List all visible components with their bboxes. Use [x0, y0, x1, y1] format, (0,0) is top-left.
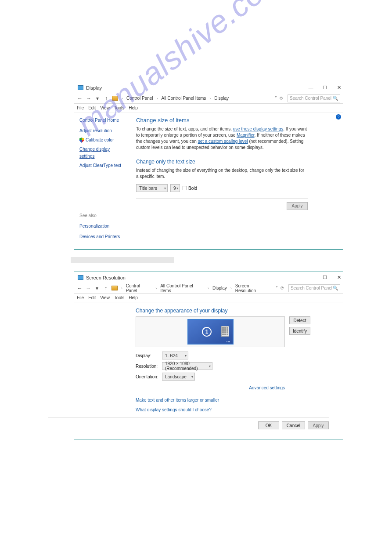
- main-content: Change size of items To change the size …: [129, 112, 343, 249]
- back-button[interactable]: ←: [77, 95, 83, 102]
- minimize-button[interactable]: —: [308, 274, 314, 280]
- crumb-dropdown-icon[interactable]: ˅: [276, 286, 278, 290]
- window-title: Screen Resolution: [86, 275, 126, 280]
- monitor-number: 1: [202, 327, 212, 337]
- cancel-button[interactable]: Cancel: [282, 421, 305, 429]
- see-also-devices-printers[interactable]: Devices and Printers: [79, 233, 120, 240]
- search-input[interactable]: Search Control Panel 🔍: [288, 284, 340, 292]
- help-icon[interactable]: ?: [336, 114, 341, 120]
- forward-button: →: [86, 285, 92, 291]
- folder-icon: [111, 286, 118, 290]
- search-icon: 🔍: [333, 286, 338, 290]
- text-size-description: Instead of changing the size of everythi…: [136, 167, 308, 180]
- crumb-all-items[interactable]: All Control Panel Items: [162, 96, 206, 101]
- search-input[interactable]: Search Control Panel 🔍: [288, 94, 340, 102]
- menu-view[interactable]: View: [100, 295, 110, 300]
- redaction-strip: [71, 257, 174, 263]
- apply-button[interactable]: Apply: [308, 421, 329, 429]
- recent-dropdown[interactable]: ▾: [94, 285, 100, 291]
- crumb-display[interactable]: Display: [214, 96, 229, 101]
- see-also: See also Personalization Devices and Pri…: [79, 212, 120, 244]
- crumb-control-panel[interactable]: Control Panel: [126, 283, 152, 293]
- description-paragraph: To change the size of text, apps, and ot…: [136, 126, 308, 151]
- maximize-button[interactable]: ☐: [322, 84, 328, 91]
- crumb-dropdown-icon[interactable]: ˅: [275, 96, 277, 101]
- orientation-dropdown[interactable]: Landscape: [162, 373, 195, 381]
- display-window: Display — ☐ ✕ ← → ▾ ↑ › Control Panel › …: [74, 82, 343, 250]
- crumb-all-items[interactable]: All Control Panel Items: [160, 283, 204, 293]
- sidebar-calibrate-color[interactable]: Calibrate color: [79, 137, 126, 144]
- up-button[interactable]: ↑: [103, 285, 109, 291]
- screen-resolution-window: Screen Resolution — ☐ ✕ ← → ▾ ↑ › Contro…: [74, 272, 343, 439]
- forward-button[interactable]: →: [86, 95, 92, 102]
- detect-button[interactable]: Detect: [289, 316, 310, 324]
- crumb-control-panel[interactable]: Control Panel: [126, 96, 153, 101]
- close-button[interactable]: ✕: [336, 274, 342, 280]
- advanced-settings-link[interactable]: Advanced settings: [249, 385, 285, 390]
- menu-tools[interactable]: Tools: [114, 105, 124, 110]
- folder-icon: [112, 96, 118, 101]
- menu-tools[interactable]: Tools: [114, 295, 124, 300]
- display-dropdown[interactable]: 1. B24: [162, 352, 188, 359]
- maximize-button[interactable]: ☐: [322, 274, 328, 280]
- titlebar: Display — ☐ ✕: [74, 82, 343, 93]
- menu-file[interactable]: File: [77, 295, 84, 300]
- link-custom-scaling[interactable]: set a custom scaling level: [198, 139, 248, 144]
- sidebar: Control Panel Home Adjust resolution Cal…: [74, 112, 129, 249]
- menu-view[interactable]: View: [100, 105, 110, 110]
- navbar: ← → ▾ ↑ › Control Panel › All Control Pa…: [74, 93, 343, 104]
- size-dropdown[interactable]: 9: [170, 184, 180, 192]
- link-magnifier[interactable]: Magnifier: [237, 133, 255, 138]
- display-preview[interactable]: 1: [136, 316, 285, 347]
- recent-dropdown[interactable]: ▾: [94, 95, 101, 102]
- control-panel-home[interactable]: Control Panel Home: [79, 117, 126, 124]
- menu-edit[interactable]: Edit: [88, 105, 96, 110]
- keypad-icon: [221, 326, 229, 337]
- display-app-icon: [78, 85, 83, 90]
- apply-button[interactable]: Apply: [287, 202, 308, 210]
- refresh-icon[interactable]: ⟳: [280, 96, 283, 101]
- orientation-label: Orientation:: [136, 374, 162, 379]
- menubar: File Edit View Tools Help: [74, 104, 343, 112]
- window-title: Display: [86, 85, 102, 91]
- heading-text-size: Change only the text size: [136, 159, 308, 165]
- navbar: ← → ▾ ↑ › Control Panel › All Control Pa…: [74, 283, 343, 294]
- menubar: File Edit View Tools Help: [74, 294, 343, 302]
- heading-appearance: Change the appearance of your display: [136, 308, 343, 314]
- minimize-button[interactable]: —: [308, 84, 314, 91]
- sidebar-adjust-resolution[interactable]: Adjust resolution: [79, 127, 126, 134]
- divider: [136, 198, 308, 199]
- shield-icon: [79, 138, 84, 143]
- item-dropdown[interactable]: Title bars: [136, 184, 168, 192]
- crumb-display[interactable]: Display: [212, 286, 227, 290]
- ok-button[interactable]: OK: [258, 421, 279, 429]
- crumb-screen-resolution[interactable]: Screen Resolution: [235, 283, 270, 293]
- link-larger-smaller[interactable]: Make text and other items larger or smal…: [136, 398, 219, 403]
- button-row: OK Cancel Apply: [48, 417, 329, 429]
- identify-button[interactable]: Identify: [289, 327, 310, 335]
- menu-edit[interactable]: Edit: [88, 295, 96, 300]
- see-also-personalization[interactable]: Personalization: [79, 223, 120, 230]
- link-display-help[interactable]: What display settings should I choose?: [136, 407, 212, 412]
- sidebar-adjust-cleartype[interactable]: Adjust ClearType text: [79, 162, 126, 169]
- back-button[interactable]: ←: [77, 285, 83, 291]
- display-app-icon: [78, 275, 83, 280]
- link-display-settings[interactable]: use these display settings: [233, 127, 284, 131]
- display-label: Display:: [136, 353, 162, 358]
- checkbox-icon: [183, 186, 187, 190]
- menu-file[interactable]: File: [77, 105, 84, 110]
- up-button[interactable]: ↑: [103, 95, 109, 102]
- menu-help[interactable]: Help: [129, 105, 138, 110]
- bold-checkbox[interactable]: Bold: [183, 186, 197, 191]
- close-button[interactable]: ✕: [336, 84, 342, 91]
- sidebar-change-display-settings[interactable]: Change display settings: [79, 146, 126, 160]
- resolution-dropdown[interactable]: 1920 × 1080 (Recommended): [162, 362, 212, 370]
- search-icon: 🔍: [333, 96, 338, 101]
- titlebar: Screen Resolution — ☐ ✕: [74, 272, 343, 283]
- heading-change-size: Change size of items: [136, 117, 308, 123]
- monitor-icon: 1: [187, 319, 234, 345]
- menu-help[interactable]: Help: [129, 295, 138, 300]
- resolution-label: Resolution:: [136, 364, 162, 369]
- refresh-icon[interactable]: ⟳: [281, 286, 284, 290]
